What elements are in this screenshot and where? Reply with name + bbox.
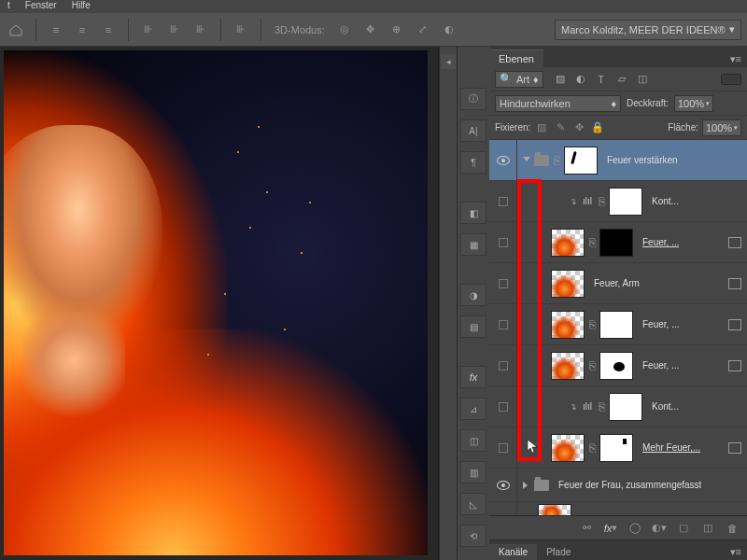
layer-name[interactable]: Kont... [652,196,679,206]
distribute-icon[interactable]: ⊪ [231,20,251,40]
layer-row[interactable]: ↴ ılıl ⎘ Kont... [489,386,747,427]
layer-name[interactable]: Kont... [652,401,679,412]
layer-row-group[interactable]: ⎘ Feuer verstärken [489,140,747,181]
layer-name[interactable]: Feuer, ... [642,319,679,329]
layer-thumbnail[interactable] [551,229,585,257]
visibility-toggle[interactable] [489,140,517,180]
fx-icon[interactable]: fx▾ [603,522,618,535]
panel-menu-icon[interactable]: ▾≡ [725,51,747,67]
layer-row[interactable]: ⎘ Feuer, ... [489,222,747,263]
character-icon[interactable]: A| [460,119,486,142]
move-icon[interactable]: ⊕ [387,20,407,40]
mask-thumbnail[interactable] [609,393,642,421]
layer-filter-dropdown[interactable]: 🔍Art♦ [495,71,543,88]
mask-thumbnail[interactable] [609,188,642,216]
distribute-icon[interactable]: ⊪ [190,20,211,40]
lock-all-icon[interactable]: 🔒 [590,121,605,134]
layer-row[interactable]: Feuer, Arm [489,263,747,304]
visibility-toggle[interactable] [489,469,517,501]
opacity-input[interactable]: 100%▾ [674,95,713,112]
disclosure-icon[interactable] [523,482,530,489]
swatches-icon[interactable]: ▤ [460,315,486,338]
tab-layers[interactable]: Ebenen [489,49,543,67]
layer-row[interactable]: ⎘ Feuer, ... [489,304,747,345]
visibility-toggle[interactable] [489,263,517,303]
adjustment-icon[interactable]: ◐▾ [652,522,667,535]
info-icon[interactable]: ⓘ [460,88,486,110]
light-icon[interactable]: ◐ [439,20,459,40]
fx-indicator-icon[interactable] [728,319,741,330]
panel-menu-icon[interactable]: ▾≡ [725,544,747,560]
filter-toggle[interactable] [721,74,741,85]
paths-icon[interactable]: ◺ [460,493,486,515]
align-icon[interactable]: ≡ [72,20,92,40]
layer-name[interactable]: Feuer verstärken [607,155,678,165]
document-canvas[interactable] [4,50,428,555]
layer-name[interactable]: Feuer der Frau, zusammengefasst [558,480,701,490]
mask-thumbnail[interactable] [599,352,633,380]
mask-thumbnail[interactable] [599,434,633,462]
filter-type-icon[interactable]: T [594,73,609,86]
visibility-toggle[interactable] [489,181,517,221]
align-icon[interactable]: ≡ [46,20,66,40]
visibility-toggle[interactable] [489,345,517,385]
paragraph-icon[interactable]: ¶ [460,151,486,174]
layer-name[interactable]: Feuer, Arm [594,278,640,288]
mask-thumbnail[interactable] [599,229,633,257]
workspace-dropdown[interactable]: Marco Kolditz, MEER DER IDEEN® ▾ [555,20,741,40]
menu-item[interactable]: Fenster [25,0,57,13]
color-icon[interactable]: ◑ [460,284,486,306]
visibility-toggle[interactable] [489,386,517,427]
layer-thumbnail[interactable] [538,504,571,516]
new-layer-icon[interactable]: ◫ [700,522,715,535]
menu-item[interactable]: t [7,0,10,13]
fill-input[interactable]: 100%▾ [702,119,741,136]
disclosure-icon[interactable] [523,157,530,164]
scale-icon[interactable]: ⤢ [413,20,433,40]
brush-icon[interactable]: ⊿ [460,398,486,420]
orbit-icon[interactable]: ◎ [334,20,355,40]
filter-image-icon[interactable]: ▨ [553,73,568,86]
layer-thumbnail[interactable] [551,434,585,462]
fx-indicator-icon[interactable] [728,237,741,248]
trash-icon[interactable]: 🗑 [725,522,740,535]
canvas-area[interactable] [0,47,439,560]
layer-thumbnail[interactable] [551,270,585,298]
blend-mode-dropdown[interactable]: Hindurchwirken♦ [495,95,621,112]
layer-row[interactable]: ⎘ Feuer, ... [489,345,747,386]
adjustments-icon[interactable]: ◧ [460,202,486,224]
layer-name[interactable]: Feuer, ... [642,237,679,247]
layer-row[interactable]: ↴ ılıl ⎘ Kont... [489,181,747,222]
filter-smart-icon[interactable]: ◫ [635,73,650,86]
group-icon[interactable]: ▢ [676,522,691,535]
fx-indicator-icon[interactable] [728,360,741,371]
lock-position-icon[interactable]: ✥ [571,121,586,134]
layer-name[interactable]: Feuer, ... [642,360,679,371]
distribute-icon[interactable]: ⊪ [138,20,159,40]
link-layers-icon[interactable]: ⚯ [579,522,594,535]
layer-thumbnail[interactable] [551,311,585,339]
layer-thumbnail[interactable] [551,352,585,380]
layer-row[interactable]: ⎘ Mehr Feuer,... [489,427,747,469]
fx-indicator-icon[interactable] [728,278,741,289]
visibility-toggle[interactable] [489,222,517,262]
menu-item[interactable]: Hilfe [72,0,91,13]
visibility-toggle[interactable] [489,304,517,344]
styles-icon[interactable]: ▦ [460,233,486,256]
layer-name[interactable]: Mehr Feuer,... [642,442,700,453]
menubar[interactable]: t Fenster Hilfe [0,0,747,13]
distribute-icon[interactable]: ⊪ [164,20,185,40]
tab-paths[interactable]: Pfade [537,544,580,560]
history-icon[interactable]: ⟲ [460,525,486,547]
mask-icon[interactable]: ◯ [627,522,642,535]
align-icon[interactable]: ≡ [98,20,119,40]
channels-icon[interactable]: ▥ [460,461,486,483]
filter-adj-icon[interactable]: ◐ [573,73,588,86]
lock-transparency-icon[interactable]: ▨ [534,121,549,134]
lock-pixels-icon[interactable]: ✎ [553,121,568,134]
dock-expand-icon[interactable]: ◂ [441,54,456,69]
layers-icon[interactable]: ◫ [460,429,486,452]
layer-row[interactable] [489,502,747,515]
mask-thumbnail[interactable] [599,311,633,339]
layer-row-group[interactable]: Feuer der Frau, zusammengefasst [489,469,747,502]
